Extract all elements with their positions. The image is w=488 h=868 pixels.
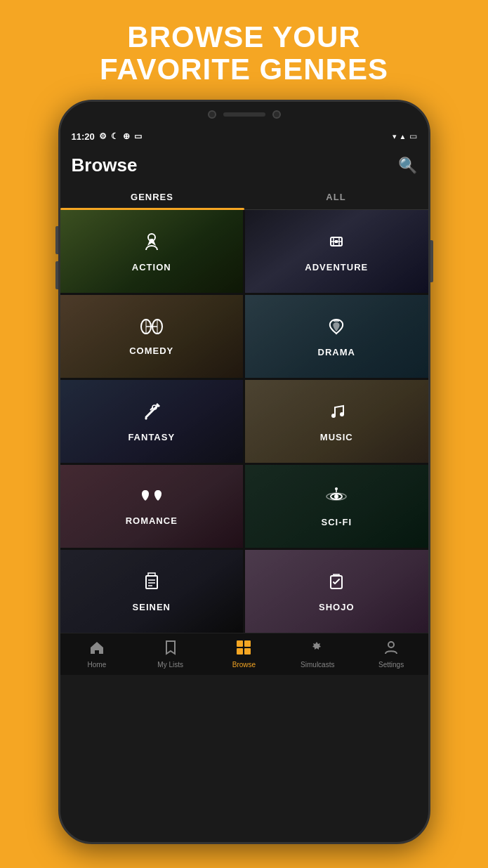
adventure-label: ADVENTURE	[305, 262, 368, 272]
genre-content-comedy: COMEDY	[60, 295, 244, 378]
scifi-icon	[325, 485, 348, 513]
genre-tile-drama[interactable]: DRAMA	[245, 295, 428, 378]
svg-point-15	[331, 414, 336, 418]
speaker-notch	[223, 112, 265, 117]
genre-content-action: ACTION	[60, 210, 244, 293]
genre-content-music: MUSIC	[245, 380, 428, 463]
nav-browse[interactable]: Browse	[207, 633, 281, 675]
signal-icon: ▲	[400, 133, 407, 140]
genre-content-scifi: SCI-FI	[245, 465, 428, 548]
svg-rect-22	[146, 576, 157, 588]
romance-label: ROMANCE	[126, 515, 178, 526]
hero-title: BROWSE YOUR FAVORITE GENRES	[72, 0, 416, 100]
phone-frame: 11:20 ⚙ ☾ ⊕ ▭ ▾ ▲ ▭ Browse 🔍	[58, 100, 430, 847]
settings-label: Settings	[378, 661, 404, 669]
fantasy-icon	[140, 400, 163, 428]
genre-tile-romance[interactable]: ROMANCE	[60, 465, 244, 548]
genre-tile-scifi[interactable]: SCI-FI	[245, 465, 428, 548]
tab-bar: GENRES ALL	[60, 185, 428, 210]
genre-content-adventure: ADVENTURE	[245, 210, 428, 293]
svg-point-21	[335, 487, 338, 490]
phone-screen: 11:20 ⚙ ☾ ⊕ ▭ ▾ ▲ ▭ Browse 🔍	[58, 100, 430, 844]
battery-icon: ▭	[409, 131, 417, 141]
power-button	[430, 240, 433, 282]
mylists-icon	[163, 640, 178, 659]
genre-content-drama: DRAMA	[245, 295, 428, 378]
adventure-icon	[325, 230, 348, 258]
app-header: Browse 🔍	[60, 146, 428, 185]
romance-icon	[139, 487, 164, 511]
svg-rect-5	[335, 240, 338, 243]
svg-rect-28	[244, 640, 251, 647]
phone-body: 11:20 ⚙ ☾ ⊕ ▭ ▾ ▲ ▭ Browse 🔍	[58, 100, 430, 844]
status-bar: 11:20 ⚙ ☾ ⊕ ▭ ▾ ▲ ▭	[60, 126, 428, 146]
status-circle-icon: ⊕	[123, 131, 130, 141]
status-battery-small-icon: ▭	[134, 131, 142, 141]
bottom-nav: Home My Lists	[60, 633, 428, 675]
phone-top-bar	[60, 102, 428, 126]
music-label: MUSIC	[320, 432, 353, 442]
genre-grid: ACTION	[60, 210, 428, 633]
tab-all[interactable]: ALL	[244, 185, 428, 209]
genre-content-fantasy: FANTASY	[60, 380, 244, 463]
home-label: Home	[88, 661, 107, 669]
genre-tile-music[interactable]: MUSIC	[245, 380, 428, 463]
status-left: 11:20 ⚙ ☾ ⊕ ▭	[72, 131, 142, 142]
genre-content-shojo: SHOJO	[245, 550, 428, 633]
seinen-icon	[140, 570, 163, 598]
mylists-label: My Lists	[157, 661, 183, 669]
svg-rect-27	[237, 640, 243, 647]
shojo-label: SHOJO	[319, 602, 355, 612]
wifi-icon: ▾	[393, 132, 397, 141]
nav-home[interactable]: Home	[60, 633, 134, 675]
music-icon	[325, 400, 348, 428]
drama-icon	[325, 315, 348, 343]
home-icon	[89, 640, 105, 659]
nav-simulcasts[interactable]: Simulcasts	[281, 633, 355, 675]
simulcasts-icon	[310, 640, 325, 659]
nav-mylists[interactable]: My Lists	[133, 633, 207, 675]
nav-settings[interactable]: Settings	[355, 633, 428, 675]
genre-tile-seinen[interactable]: SEINEN	[60, 550, 244, 633]
status-right: ▾ ▲ ▭	[393, 131, 417, 141]
svg-line-12	[146, 406, 157, 417]
drama-label: DRAMA	[318, 347, 355, 357]
settings-icon	[383, 640, 399, 659]
svg-point-19	[334, 494, 338, 499]
comedy-icon	[140, 317, 164, 341]
volume-up-button	[55, 226, 58, 254]
genre-tile-shojo[interactable]: SHOJO	[245, 550, 428, 633]
status-moon-icon: ☾	[111, 131, 119, 141]
browse-icon	[236, 640, 251, 659]
genre-tile-comedy[interactable]: COMEDY	[60, 295, 244, 378]
genre-tile-action[interactable]: ACTION	[60, 210, 244, 293]
camera-left	[208, 110, 216, 119]
browse-nav-label: Browse	[232, 661, 256, 669]
svg-point-31	[388, 642, 394, 647]
genre-tile-adventure[interactable]: ADVENTURE	[245, 210, 428, 293]
svg-point-16	[340, 412, 344, 416]
genre-tile-fantasy[interactable]: FANTASY	[60, 380, 244, 463]
browse-title: Browse	[72, 154, 138, 176]
genre-content-romance: ROMANCE	[60, 465, 244, 548]
tab-genres[interactable]: GENRES	[60, 185, 244, 209]
status-time: 11:20	[72, 131, 95, 142]
action-icon	[140, 230, 163, 258]
status-settings-icon: ⚙	[99, 131, 107, 141]
scifi-label: SCI-FI	[321, 517, 352, 527]
simulcasts-label: Simulcasts	[301, 661, 334, 669]
action-label: ACTION	[132, 262, 171, 272]
fantasy-label: FANTASY	[128, 432, 175, 442]
search-button[interactable]: 🔍	[398, 157, 417, 175]
svg-rect-29	[237, 648, 243, 655]
shojo-icon	[325, 570, 348, 598]
hero-section: BROWSE YOUR FAVORITE GENRES	[72, 0, 416, 100]
svg-rect-30	[244, 648, 251, 655]
comedy-label: COMEDY	[129, 346, 173, 356]
genre-content-seinen: SEINEN	[60, 550, 244, 633]
seinen-label: SEINEN	[133, 602, 171, 612]
camera-right	[272, 110, 281, 119]
volume-down-button	[55, 261, 58, 289]
